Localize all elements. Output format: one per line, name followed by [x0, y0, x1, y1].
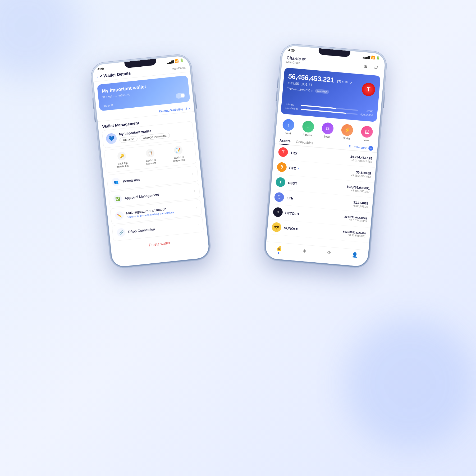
menu-multisig-text: Multi-signature transaction Request or p… [126, 204, 194, 218]
preference-label[interactable]: Preference [353, 145, 367, 149]
right-volume-down[interactable] [276, 91, 277, 101]
tab-collectibles[interactable]: Collectibles [296, 138, 314, 147]
menu-permission-text: Permission [123, 172, 190, 183]
trx-name: TRX [290, 151, 298, 155]
energy-value: 37/60 [360, 109, 373, 113]
eth-icon: Ξ [274, 192, 284, 202]
balance-expand-icon[interactable]: ↗ [350, 81, 353, 85]
right-volume-up[interactable] [277, 77, 279, 88]
back-button[interactable]: ‹ < Wallet Details [97, 71, 131, 79]
battery-icon: 🔋 [180, 58, 184, 62]
send-icon: ↑ [282, 119, 295, 131]
rename-button[interactable]: Rename [119, 136, 138, 143]
bottom-navigation: 💰 ◈ ⟳ 👤 [265, 241, 369, 267]
wifi-icon: 📶 [175, 59, 179, 63]
sunold-values: 692.418878222498 ≈$ 13.5483871 [343, 230, 366, 238]
power-button[interactable] [194, 93, 197, 109]
energy-label: Energy [286, 102, 299, 106]
receive-icon: ↓ [302, 120, 314, 133]
header-actions: ⊞ ⊡ [361, 62, 381, 72]
menu-multisig-arrow: › [196, 206, 197, 209]
wallet-index: Index 0 [103, 103, 113, 108]
wallet-toggle[interactable] [176, 93, 186, 99]
send-action[interactable]: ↑ Send [282, 119, 295, 135]
sunold-name: SUNOLD [284, 226, 299, 231]
usdt-name: USDT [288, 181, 298, 186]
change-password-button[interactable]: Change Password [139, 132, 170, 141]
add-asset-button[interactable]: + [368, 146, 373, 151]
nav-assets[interactable]: 💰 [276, 245, 282, 254]
receive-action[interactable]: ↓ Receive [301, 120, 314, 137]
asset-list: T TRX 34,234,453.126 ≈$ 2,760,842.982 ₿ … [267, 144, 377, 243]
approval-icon: ✅ [113, 194, 122, 203]
bttold-icon: B [273, 207, 283, 217]
menu-dapp-text: DApp Connection [128, 223, 195, 234]
left-status-icons: ▂▄▆ 📶 🔋 [167, 58, 184, 64]
menu-approval-arrow: › [194, 189, 195, 193]
backup-mnemonic-label: Back Upmnemonic [173, 155, 185, 162]
swap-icon: ⇄ [321, 122, 334, 135]
balance-eye-icon[interactable]: 👁 [345, 80, 349, 84]
balance-card: 56,456,453.221 TRX 👁 ↗ ≈ $3,951,951.71 T… [281, 67, 381, 122]
nav-layers[interactable]: ◈ [302, 248, 307, 256]
right-status-icons: ▂▄▆ 📶 🔋 [363, 55, 380, 60]
menu-arrow-icon: › [192, 172, 193, 176]
backup-private-key-label: Back Upprivate key [116, 161, 129, 168]
vote-icon: 🗳 [361, 126, 373, 138]
nav-history[interactable]: ⟳ [327, 250, 331, 258]
trx-icon: T [278, 147, 288, 157]
nav-layers-icon: ◈ [303, 248, 307, 254]
phones-container: 4:20 ▂▄▆ 📶 🔋 ‹ < Wallet Details MainChai… [93, 26, 383, 450]
eth-name: ETH [286, 196, 294, 200]
vote-label: Vote [363, 138, 369, 142]
vote-action[interactable]: 🗳 Vote [360, 126, 373, 142]
volume-down-button[interactable] [94, 111, 96, 122]
volume-up-button[interactable] [92, 98, 94, 109]
menu-dapp-arrow: › [197, 222, 199, 226]
copy-icon[interactable]: ⎘ [127, 93, 130, 96]
address-copy-icon[interactable]: ⎘ [312, 89, 314, 92]
permission-label: Permission [123, 172, 190, 183]
left-screen: 4:20 ▂▄▆ 📶 🔋 ‹ < Wallet Details MainChai… [92, 55, 210, 267]
backup-keystore-icon: 📋 [145, 148, 155, 158]
sort-icon[interactable]: ⇅ [349, 145, 351, 148]
btc-name: BTC ✓ [289, 166, 300, 171]
swap-action[interactable]: ⇄ Swap [321, 122, 334, 139]
sunold-icon: 😎 [271, 222, 282, 232]
backup-mnemonic[interactable]: 📝 Back Upmnemonic [172, 145, 185, 162]
swap-label: Swap [323, 135, 330, 138]
tron-logo: T [361, 82, 376, 97]
eth-values: 21.174682 ≈$ 85,885.35 [353, 200, 368, 208]
usdt-values: 602,786.035091 ≈$ 606,000.199 [346, 185, 370, 193]
receive-label: Receive [303, 133, 312, 137]
send-label: Send [285, 131, 291, 135]
left-phone: 4:20 ▂▄▆ 📶 🔋 ‹ < Wallet Details MainChai… [90, 53, 211, 269]
trx-values: 34,234,453.126 ≈$ 2,760,842.982 [350, 155, 372, 163]
multisig-icon: ✏️ [115, 211, 124, 220]
backup-mnemonic-icon: 📝 [173, 145, 183, 155]
approval-label: Approval Management [124, 189, 191, 200]
page-title: < Wallet Details [100, 71, 131, 79]
right-power-button[interactable] [383, 92, 385, 108]
btc-icon: ₿ [277, 162, 287, 172]
backup-keystore[interactable]: 📋 Back Upkeystore [145, 148, 156, 165]
qr-icon[interactable]: ⊡ [372, 62, 381, 72]
right-time: 4:20 [288, 48, 295, 52]
btc-values: 30.810455 ≈$ 1555,934.813 [351, 170, 371, 178]
right-wifi-icon: 📶 [371, 56, 375, 59]
tab-assets[interactable]: Assets [279, 137, 291, 145]
scan-icon[interactable]: ⊞ [361, 62, 370, 71]
menu-approval-text: Approval Management [124, 189, 191, 200]
usdt-icon: ₮ [275, 177, 286, 187]
balance-currency: TRX [336, 79, 344, 84]
stake-label: Stake [343, 137, 350, 140]
stake-action[interactable]: ⚡ Stake [341, 124, 354, 140]
back-icon: ‹ [97, 75, 99, 79]
nav-profile[interactable]: 👤 [351, 252, 358, 261]
backup-private-key[interactable]: 🔑 Back Upprivate key [115, 151, 129, 168]
stake-icon: ⚡ [341, 124, 354, 136]
permission-icon: 👥 [111, 177, 121, 187]
btc-verified-icon: ✓ [297, 167, 300, 170]
right-battery-icon: 🔋 [376, 56, 380, 60]
right-screen: 4:20 ▂▄▆ 📶 🔋 Charlie ⇄ MainChain [265, 45, 386, 267]
